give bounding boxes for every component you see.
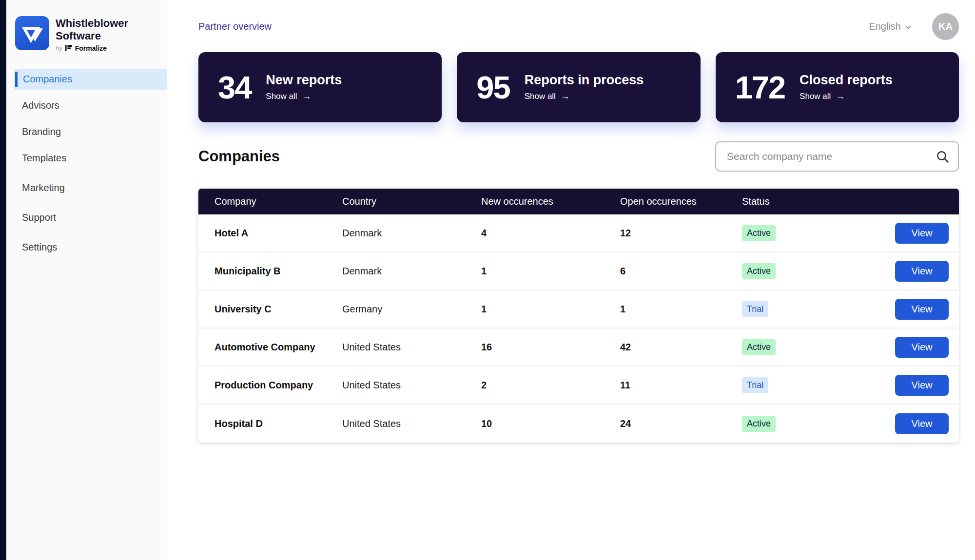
sidebar-item-advisors[interactable]: Advisors [14, 95, 167, 116]
view-button[interactable]: View [895, 223, 949, 244]
company-cell: Municipality B [214, 266, 342, 277]
sidebar-item-label: Settings [22, 242, 57, 253]
left-dark-rail [0, 0, 6, 560]
new-occurrences-cell: 10 [481, 418, 620, 429]
country-cell: Denmark [342, 228, 481, 239]
breadcrumb[interactable]: Partner overview [198, 21, 272, 32]
company-cell: Hotel A [214, 228, 342, 239]
sidebar-item-marketing[interactable]: Marketing [14, 177, 167, 199]
view-cell: View [895, 299, 949, 320]
country-cell: United States [342, 342, 481, 353]
show-all-label: Show all [525, 92, 556, 101]
table-body: Hotel ADenmark412ActiveViewMunicipality … [198, 214, 959, 443]
whistleblower-logo-icon [15, 16, 49, 50]
view-button[interactable]: View [895, 337, 949, 358]
status-badge: Active [742, 416, 776, 432]
sidebar-item-label: Support [22, 212, 56, 223]
country-cell: Germany [342, 304, 481, 315]
show-all-label: Show all [266, 92, 297, 101]
sidebar-item-companies[interactable]: Companies [14, 69, 167, 90]
status-cell: Trial [742, 377, 884, 393]
formalize-flag-icon [65, 45, 72, 51]
sidebar-item-templates[interactable]: Templates [14, 148, 167, 169]
stat-value: 34 [218, 72, 251, 103]
brand: Whistleblower Software by Formalize [6, 16, 167, 52]
brand-text: Whistleblower Software by Formalize [56, 16, 148, 52]
show-all-link[interactable]: Show all→ [800, 92, 893, 101]
view-button[interactable]: View [895, 413, 949, 434]
language-selector[interactable]: English [869, 21, 912, 32]
show-all-link[interactable]: Show all→ [266, 92, 342, 101]
stat-card-text: Reports in processShow all→ [525, 73, 644, 101]
sidebar-item-support[interactable]: Support [14, 207, 167, 229]
column-header: Status [742, 196, 884, 207]
country-cell: Denmark [342, 266, 481, 277]
view-button[interactable]: View [895, 375, 949, 396]
avatar[interactable]: KA [932, 13, 959, 40]
status-cell: Active [742, 263, 884, 279]
new-occurrences-cell: 1 [481, 304, 620, 315]
new-occurrences-cell: 4 [481, 228, 620, 239]
stat-title: Closed reports [800, 73, 893, 88]
stat-title: Reports in process [525, 73, 644, 88]
open-occurrences-cell: 1 [620, 304, 742, 315]
view-cell: View [895, 337, 949, 358]
topbar-right: English KA [869, 13, 959, 40]
sidebar: Whistleblower Software by Formalize Comp… [6, 0, 167, 560]
search-input[interactable] [726, 150, 936, 163]
view-button[interactable]: View [895, 261, 949, 282]
show-all-link[interactable]: Show all→ [525, 92, 644, 101]
open-occurrences-cell: 11 [620, 380, 742, 391]
view-cell: View [895, 375, 949, 396]
table-row: Hotel ADenmark412ActiveView [198, 214, 959, 252]
sidebar-item-label: Advisors [22, 100, 59, 111]
sidebar-item-label: Branding [22, 126, 61, 137]
country-cell: United States [342, 380, 481, 391]
sidebar-item-label: Templates [22, 153, 66, 164]
company-search [715, 141, 959, 172]
country-cell: United States [342, 418, 481, 429]
new-occurrences-cell: 2 [481, 380, 620, 391]
open-occurrences-cell: 42 [620, 342, 742, 353]
open-occurrences-cell: 12 [620, 228, 742, 239]
sidebar-item-branding[interactable]: Branding [14, 121, 167, 143]
table-row: University CGermany11TrialView [198, 290, 959, 328]
stat-card-0: 34New reportsShow all→ [198, 52, 442, 122]
brand-byline: by Formalize [56, 44, 148, 52]
stat-card-text: Closed reportsShow all→ [800, 73, 893, 101]
companies-section-header: Companies [198, 141, 959, 172]
status-badge: Active [742, 339, 776, 355]
search-icon[interactable] [936, 150, 949, 163]
arrow-right-icon: → [836, 92, 845, 101]
status-cell: Trial [742, 301, 884, 317]
column-header: Open occurences [620, 196, 742, 207]
main-content: Partner overview English KA 34New report… [167, 0, 975, 560]
sidebar-nav: CompaniesAdvisorsBrandingTemplatesMarket… [6, 69, 167, 258]
new-occurrences-cell: 16 [481, 342, 620, 353]
table-row: Municipality BDenmark16ActiveView [198, 252, 959, 290]
view-button[interactable]: View [895, 299, 949, 320]
open-occurrences-cell: 24 [620, 418, 742, 429]
stat-value: 95 [476, 72, 509, 103]
byline-prefix: by [56, 44, 62, 52]
status-cell: Active [742, 416, 884, 432]
stat-cards: 34New reportsShow all→95Reports in proce… [198, 52, 959, 122]
stat-title: New reports [266, 73, 342, 88]
sidebar-item-settings[interactable]: Settings [14, 237, 167, 258]
table-row: Automotive CompanyUnited States1642Activ… [198, 328, 959, 367]
sidebar-item-label: Companies [23, 74, 72, 85]
status-badge: Active [742, 225, 776, 241]
company-cell: Automotive Company [214, 342, 342, 353]
show-all-label: Show all [800, 92, 831, 101]
status-badge: Trial [742, 377, 768, 393]
table-row: Production CompanyUnited States211TrialV… [198, 367, 959, 405]
table-header: CompanyCountryNew occurencesOpen occuren… [198, 189, 959, 214]
status-badge: Trial [742, 301, 768, 317]
company-cell: Production Company [214, 380, 342, 391]
arrow-right-icon: → [302, 92, 312, 101]
page-title: Companies [198, 148, 280, 165]
status-cell: Active [742, 225, 884, 241]
view-cell: View [895, 413, 949, 434]
stat-card-2: 172Closed reportsShow all→ [716, 52, 959, 122]
column-header: Company [214, 196, 342, 207]
